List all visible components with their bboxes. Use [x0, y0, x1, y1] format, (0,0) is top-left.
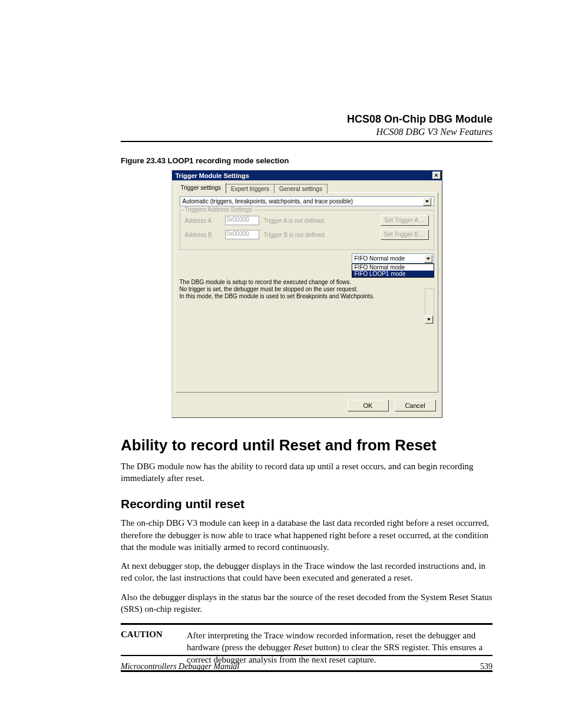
caution-text-ital: Reset [293, 643, 312, 652]
header-subtitle: HCS08 DBG V3 New Features [121, 127, 492, 137]
trigger-mode-combo[interactable]: Automatic (triggers, breakpoints, watchp… [180, 196, 434, 206]
set-trigger-b-button[interactable]: Set Trigger B ... [381, 229, 429, 240]
address-b-input[interactable]: 0x00000 [225, 230, 259, 239]
address-a-label: Address A [185, 218, 220, 224]
set-trigger-a-button[interactable]: Set Trigger A ... [381, 215, 429, 226]
fifo-mode-dropdown[interactable]: FIFO Normal mode FIFO LOOP1 mode [352, 263, 434, 278]
ok-button[interactable]: OK [348, 400, 389, 411]
fifo-mode-value: FIFO Normal mode [355, 255, 405, 262]
dialog-button-row: OK Cancel [172, 396, 442, 417]
page-header: HCS08 On-Chip DBG Module HCS08 DBG V3 Ne… [121, 113, 492, 137]
dialog-title: Trigger Module Settings [176, 172, 249, 179]
dialog-titlebar: Trigger Module Settings × [172, 170, 442, 180]
close-icon[interactable]: × [432, 172, 441, 179]
address-b-row: Address B 0x00000 Trigger B is not defin… [185, 229, 429, 240]
header-rule [121, 141, 492, 142]
footer-manual-title: Microcontrollers Debugger Manual [121, 662, 239, 671]
fifo-mode-combo[interactable]: FIFO Normal mode [352, 253, 434, 263]
chevron-down-icon [425, 315, 433, 324]
address-a-status: Trigger A is not defined. [264, 218, 376, 224]
footer-rule [121, 655, 492, 656]
page-footer: Microcontrollers Debugger Manual 539 [121, 655, 492, 671]
header-title: HCS08 On-Chip DBG Module [121, 113, 492, 126]
address-b-label: Address B [185, 232, 220, 238]
address-a-row: Address A 0x00000 Trigger A is not defin… [185, 215, 429, 226]
body-paragraph-2: The on-chip DBG V3 module can keep in a … [121, 517, 492, 553]
figure-caption: Figure 23.43 LOOP1 recording mode select… [121, 156, 492, 165]
panel-spacer [180, 324, 434, 388]
fifo-option-loop1[interactable]: FIFO LOOP1 mode [352, 271, 434, 277]
section-heading: Ability to record until Reset and from R… [121, 437, 492, 454]
address-b-status: Trigger B is not defined. [264, 232, 376, 238]
address-a-input[interactable]: 0x00000 [225, 216, 259, 225]
body-paragraph-1: The DBG module now has the ability to re… [121, 460, 492, 485]
chevron-down-icon [424, 255, 432, 263]
footer-page-number: 539 [480, 662, 492, 671]
trigger-mode-value: Automatic (triggers, breakpoints, watchp… [183, 198, 353, 205]
fifo-mode-area: FIFO Normal mode FIFO Normal mode FIFO L… [180, 253, 434, 263]
tab-general-settings[interactable]: General settings [274, 184, 328, 193]
subsection-heading: Recording until reset [121, 497, 492, 511]
fieldset-legend: Triggers Address Settings [184, 206, 253, 213]
dialog-tabs: Trigger settings Expert triggers General… [172, 180, 442, 192]
fifo-option-normal[interactable]: FIFO Normal mode [352, 264, 434, 271]
body-paragraph-4: Also the debugger displays in the status… [121, 591, 492, 615]
tab-trigger-settings[interactable]: Trigger settings [176, 183, 227, 193]
body-paragraph-3: At next debugger stop, the debugger disp… [121, 560, 492, 584]
trigger-address-fieldset: Triggers Address Settings Address A 0x00… [180, 210, 434, 250]
trigger-settings-dialog: Trigger Module Settings × Trigger settin… [171, 170, 442, 418]
cancel-button[interactable]: Cancel [395, 400, 436, 411]
tab-expert-triggers[interactable]: Expert triggers [226, 184, 275, 193]
dialog-panel: Automatic (triggers, breakpoints, watchp… [176, 192, 438, 393]
desc-line-2: No trigger is set, the debugger must be … [180, 286, 422, 293]
desc-line-1: The DBG module is setup to record the ex… [180, 279, 422, 286]
scrollbar[interactable] [425, 288, 434, 324]
chevron-down-icon [423, 197, 431, 206]
desc-line-3: In this mode, the DBG module is used to … [180, 293, 422, 300]
